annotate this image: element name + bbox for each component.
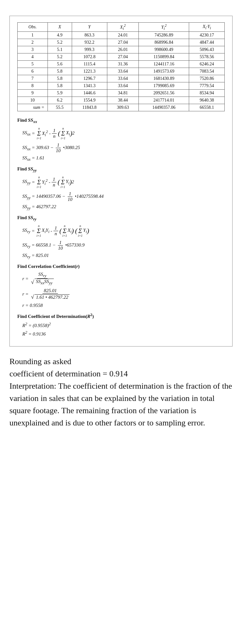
col-header-yi2: Yi2 bbox=[139, 23, 189, 32]
table-row-1-col-3: 24.01 bbox=[107, 32, 139, 39]
table-row-2-col-1: 5.2 bbox=[48, 39, 72, 46]
ssry-step1: SSry = 66558.1 − 1 10 •657330.9 bbox=[22, 240, 225, 251]
col-header-x: X bbox=[48, 23, 72, 32]
ssry-title: Find SSry bbox=[17, 215, 225, 222]
ssry-result: SSry = 825.01 bbox=[22, 253, 225, 259]
table-row-4-col-1: 5.2 bbox=[48, 53, 72, 61]
r-formula: r = SSry √ SSxxSSyy bbox=[22, 272, 225, 286]
table-row-1-col-0: 1 bbox=[18, 32, 48, 39]
table-row-6-col-2: 1221.3 bbox=[72, 68, 107, 75]
table-row-9-col-2: 1446.6 bbox=[72, 90, 107, 97]
table-row-10-col-2: 1554.9 bbox=[72, 97, 107, 104]
r2-step1: R2 = (0.9558)2 bbox=[22, 322, 225, 328]
table-row-5-col-1: 5.6 bbox=[48, 61, 72, 68]
table-row-1-col-2: 863.3 bbox=[72, 32, 107, 39]
ssxx-step1: SSxx = 309.63 − 1 10 •3080.25 bbox=[22, 142, 225, 153]
table-row-1-col-5: 4230.17 bbox=[189, 32, 225, 39]
r2-title: Find Coefficient of Determination(R2) bbox=[17, 313, 225, 319]
col-header-xiyi: Xi·Yi bbox=[189, 23, 225, 32]
sum-row-col-2: 11843.8 bbox=[72, 104, 107, 111]
ssyy-result: SSyy = 462797.22 bbox=[22, 204, 225, 211]
conclusion-line1: Rounding as asked bbox=[9, 355, 233, 368]
ssyy-formula: SSyy = n Σ i=1 Yi2 - 1 n ( n Σ i=1 Yi ) … bbox=[22, 175, 225, 189]
table-row-5-col-4: 1244117.16 bbox=[139, 61, 189, 68]
sum-row-col-0: sum = bbox=[18, 104, 48, 111]
table-row-2-col-2: 932.2 bbox=[72, 39, 107, 46]
table-row-1-col-4: 745286.89 bbox=[139, 32, 189, 39]
table-row-9-col-4: 2092651.56 bbox=[139, 90, 189, 97]
table-row-10-col-3: 38.44 bbox=[107, 97, 139, 104]
conclusion-section: Rounding as asked coefficient of determi… bbox=[9, 355, 233, 429]
table-row-4-col-2: 1072.8 bbox=[72, 53, 107, 61]
table-row-9-col-3: 34.81 bbox=[107, 90, 139, 97]
table-row-4-col-3: 27.04 bbox=[107, 53, 139, 61]
table-row-5-col-5: 6246.24 bbox=[189, 61, 225, 68]
table-row-6-col-0: 6 bbox=[18, 68, 48, 75]
table-row-7-col-3: 33.64 bbox=[107, 75, 139, 82]
table-row-5-col-3: 31.36 bbox=[107, 61, 139, 68]
table-row-7-col-4: 1681430.89 bbox=[139, 75, 189, 82]
table-row-9-col-0: 9 bbox=[18, 90, 48, 97]
table-row-3-col-1: 5.1 bbox=[48, 46, 72, 53]
table-row-4-col-0: 4 bbox=[18, 53, 48, 61]
table-row-10-col-4: 2417714.01 bbox=[139, 97, 189, 104]
table-row-8-col-4: 1799085.69 bbox=[139, 82, 189, 90]
table-row-7-col-0: 7 bbox=[18, 75, 48, 82]
table-row-6-col-3: 33.64 bbox=[107, 68, 139, 75]
table-row-10-col-0: 10 bbox=[18, 97, 48, 104]
table-row-2-col-5: 4847.44 bbox=[189, 39, 225, 46]
table-row-7-col-2: 1296.7 bbox=[72, 75, 107, 82]
col-header-y: Y bbox=[72, 23, 107, 32]
ssry-formula: SSry = n Σ i=1 XiYi - 1 n ( n Σ i=1 Xi )… bbox=[22, 224, 225, 237]
table-row-7-col-1: 5.8 bbox=[48, 75, 72, 82]
r-step1: r = 825.01 √ 1.61 • 462797.22 bbox=[22, 288, 225, 300]
table-row-4-col-4: 1150899.84 bbox=[139, 53, 189, 61]
table-row-10-col-1: 6.2 bbox=[48, 97, 72, 104]
table-row-3-col-2: 999.3 bbox=[72, 46, 107, 53]
ssyy-title: Find SSyy bbox=[17, 166, 225, 173]
ssxx-result: SSxx = 1.61 bbox=[22, 155, 225, 162]
r2-result: R2 = 0.9136 bbox=[22, 330, 225, 337]
table-row-5-col-0: 5 bbox=[18, 61, 48, 68]
conclusion-line2: coefficient of determination = 0.914 bbox=[9, 368, 233, 380]
sum-row-col-5: 66558.1 bbox=[189, 104, 225, 111]
r-result: r = 0.9558 bbox=[22, 303, 225, 308]
ssxx-formula: SSxx = n Σ i=1 Xi2 - 1 n ( n Σ i=1 Xi ) … bbox=[22, 127, 225, 140]
table-row-4-col-5: 5578.56 bbox=[189, 53, 225, 61]
col-header-obs: Obs. bbox=[18, 23, 48, 32]
table-row-3-col-0: 3 bbox=[18, 46, 48, 53]
table-row-9-col-5: 8534.94 bbox=[189, 90, 225, 97]
table-row-8-col-3: 33.64 bbox=[107, 82, 139, 90]
sum-row-col-4: 14490357.06 bbox=[139, 104, 189, 111]
table-row-7-col-5: 7520.86 bbox=[189, 75, 225, 82]
ssxx-title: Find SSxx bbox=[17, 118, 225, 124]
table-row-5-col-2: 1115.4 bbox=[72, 61, 107, 68]
table-row-6-col-5: 7083.54 bbox=[189, 68, 225, 75]
table-row-6-col-4: 1491573.69 bbox=[139, 68, 189, 75]
conclusion-line3: Interpretation: The coefficient of deter… bbox=[9, 380, 233, 429]
r-title: Find Correlation Coefficient(r) bbox=[17, 264, 225, 269]
table-row-6-col-1: 5.8 bbox=[48, 68, 72, 75]
table-row-1-col-1: 4.9 bbox=[48, 32, 72, 39]
table-row-8-col-1: 5.8 bbox=[48, 82, 72, 90]
table-row-8-col-0: 8 bbox=[18, 82, 48, 90]
table-row-2-col-3: 27.04 bbox=[107, 39, 139, 46]
sum-row-col-3: 309.63 bbox=[107, 104, 139, 111]
table-row-2-col-0: 2 bbox=[18, 39, 48, 46]
table-row-3-col-3: 26.01 bbox=[107, 46, 139, 53]
ssyy-step1: SSyy = 14490357.06 − 1 10 •140275598.44 bbox=[22, 191, 225, 202]
sum-row-col-1: 55.5 bbox=[48, 104, 72, 111]
table-row-3-col-4: 998600.49 bbox=[139, 46, 189, 53]
table-row-8-col-5: 7779.54 bbox=[189, 82, 225, 90]
data-table: Obs. X Y Xi2 Yi2 Xi·Yi 14.9863.324.01745… bbox=[17, 22, 225, 111]
explanation-box: Obs. X Y Xi2 Yi2 Xi·Yi 14.9863.324.01745… bbox=[9, 16, 233, 347]
table-row-9-col-1: 5.9 bbox=[48, 90, 72, 97]
table-row-3-col-5: 5096.43 bbox=[189, 46, 225, 53]
table-row-2-col-4: 868996.84 bbox=[139, 39, 189, 46]
col-header-xi2: Xi2 bbox=[107, 23, 139, 32]
table-row-8-col-2: 1341.3 bbox=[72, 82, 107, 90]
table-row-10-col-5: 9640.38 bbox=[189, 97, 225, 104]
